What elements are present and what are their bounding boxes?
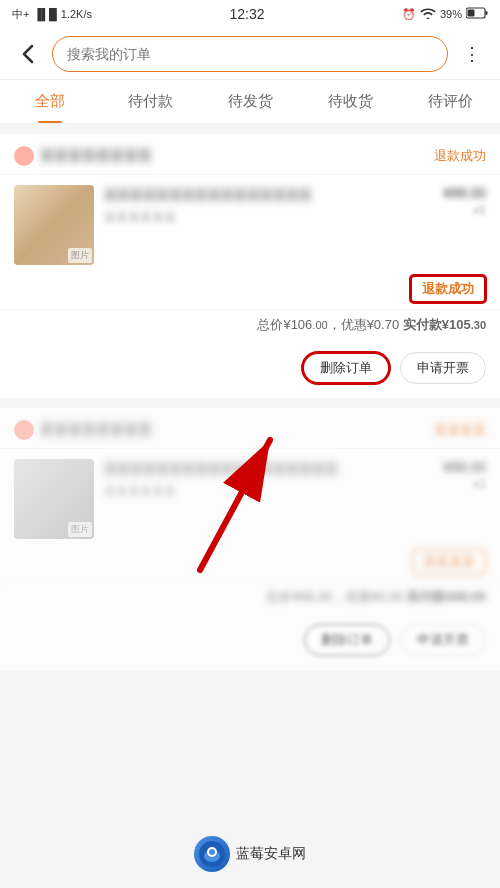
carrier: 中+ (12, 7, 29, 22)
action-buttons-2: 删除订单 申请开票 (0, 616, 500, 670)
product-row-2: 某某某某某某某某某某某某某某某某某某 某某某某某某 ¥88.00 x1 (0, 449, 500, 549)
store-info-2: 某某某某某某某某 (14, 420, 152, 440)
product-qty-1: x1 (443, 203, 486, 217)
order-status-2: 某某某某 (434, 421, 486, 439)
order-list: 某某某某某某某某 退款成功 某某某某某某某某某某某某某某某某 某某某某某某 ¥9… (0, 124, 500, 888)
product-name-1: 某某某某某某某某某某某某某某某某 (104, 185, 433, 205)
back-button[interactable] (12, 38, 44, 70)
tab-pending-ship[interactable]: 待发货 (200, 80, 300, 123)
watermark-logo (194, 836, 230, 872)
search-input[interactable] (67, 46, 433, 62)
store-icon-2 (14, 420, 34, 440)
order-header-1: 某某某某某某某某 退款成功 (0, 134, 500, 175)
product-info-2: 某某某某某某某某某某某某某某某某某某 某某某某某某 (104, 459, 433, 500)
refund-badge-2: 某某某某 (412, 549, 486, 575)
store-name-2: 某某某某某某某某 (40, 421, 152, 439)
delete-order-button-1[interactable]: 删除订单 (302, 352, 390, 384)
actual-pay-1: 实付款¥105.30 (403, 317, 486, 332)
svg-point-8 (209, 849, 215, 855)
delete-order-button-2[interactable]: 删除订单 (304, 624, 390, 656)
product-image-2 (14, 459, 94, 539)
watermark: 蓝莓安卓网 (194, 836, 306, 872)
store-icon-1 (14, 146, 34, 166)
invoice-button-2[interactable]: 申请开票 (400, 624, 486, 656)
order-card-1: 某某某某某某某某 退款成功 某某某某某某某某某某某某某某某某 某某某某某某 ¥9… (0, 134, 500, 398)
refund-badge-1: 退款成功 (410, 275, 486, 303)
product-row-1: 某某某某某某某某某某某某某某某某 某某某某某某 ¥99.00 x1 (0, 175, 500, 275)
status-left: 中+ ▐▌█ 1.2K/s (12, 7, 92, 22)
tabs-bar: 全部 待付款 待发货 待收货 待评价 (0, 80, 500, 124)
product-spec-2: 某某某某某某 (104, 483, 433, 500)
order-total-1: 总价¥106.00，优惠¥0.70 实付款¥105.30 (0, 309, 500, 344)
watermark-label: 蓝莓安卓网 (236, 845, 306, 863)
product-price-col-2: ¥88.00 x1 (443, 459, 486, 491)
product-price-2: ¥88.00 (443, 459, 486, 475)
product-spec-1: 某某某某某某 (104, 209, 433, 226)
wifi-icon (420, 7, 436, 21)
order-card-2: 某某某某某某某某 某某某某 某某某某某某某某某某某某某某某某某某 某某某某某某 … (0, 408, 500, 670)
order-total-2: 总价¥88.00，优惠¥0.00 实付款¥88.00 (0, 581, 500, 616)
search-bar[interactable] (52, 36, 448, 72)
total-label-2: 总价¥88.00，优惠¥0.00 实付款¥88.00 (266, 589, 486, 604)
order-header-2: 某某某某某某某某 某某某某 (0, 408, 500, 449)
tab-pending-receive[interactable]: 待收货 (300, 80, 400, 123)
total-label-1: 总价¥106.00，优惠¥0.70 实付款¥105.30 (257, 317, 486, 332)
alarm-icon: ⏰ (402, 8, 416, 21)
status-bar: 中+ ▐▌█ 1.2K/s 12:32 ⏰ 39% (0, 0, 500, 28)
action-buttons-1: 删除订单 申请开票 (0, 344, 500, 398)
store-info-1: 某某某某某某某某 (14, 146, 152, 166)
product-info-1: 某某某某某某某某某某某某某某某某 某某某某某某 (104, 185, 433, 226)
battery-text: 39% (440, 8, 462, 20)
network-speed: 1.2K/s (61, 8, 92, 20)
status-right: ⏰ 39% (402, 7, 488, 21)
status-time: 12:32 (229, 6, 264, 22)
invoice-button-1[interactable]: 申请开票 (400, 352, 486, 384)
battery-icon (466, 7, 488, 21)
tab-all[interactable]: 全部 (0, 80, 100, 123)
product-qty-2: x1 (443, 477, 486, 491)
refund-badge-container-1: 退款成功 (0, 275, 500, 309)
product-price-1: ¥99.00 (443, 185, 486, 201)
product-price-col-1: ¥99.00 x1 (443, 185, 486, 217)
header: ⋮ (0, 28, 500, 80)
tab-pending-review[interactable]: 待评价 (400, 80, 500, 123)
store-name-1: 某某某某某某某某 (40, 147, 152, 165)
svg-rect-2 (468, 10, 475, 17)
refund-badge-container-2: 某某某某 (0, 549, 500, 581)
product-name-2: 某某某某某某某某某某某某某某某某某某 (104, 459, 433, 479)
signal-bars: ▐▌█ (33, 8, 56, 20)
more-button[interactable]: ⋮ (456, 38, 488, 70)
svg-rect-1 (486, 11, 488, 15)
product-image-1 (14, 185, 94, 265)
tab-pending-pay[interactable]: 待付款 (100, 80, 200, 123)
order-status-1: 退款成功 (434, 147, 486, 165)
